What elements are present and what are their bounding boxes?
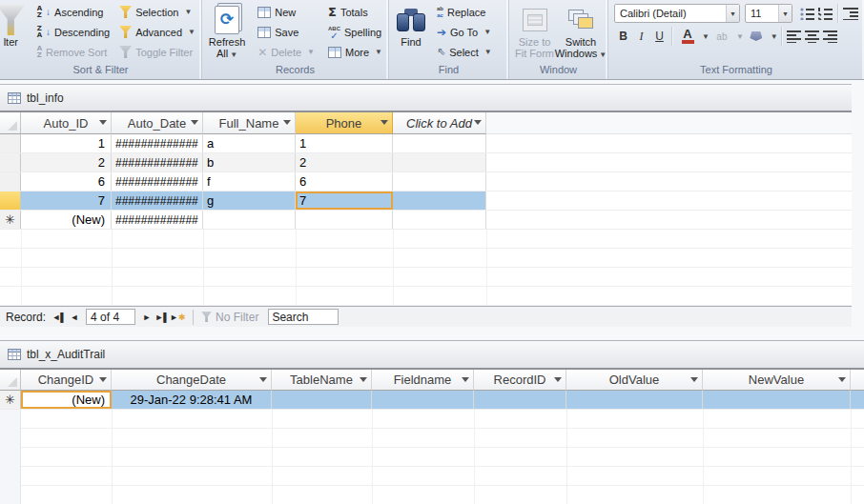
column-header-recordid[interactable]: RecordID (474, 370, 566, 391)
filter-button[interactable]: lter (0, 2, 32, 50)
column-header-newvalue[interactable]: NewValue (703, 370, 851, 391)
font-color-button[interactable]: A (675, 28, 700, 46)
cell-auto-id[interactable]: 2 (21, 153, 112, 171)
column-dropdown-icon[interactable] (474, 120, 482, 125)
cell-auto-date[interactable]: ############# (112, 172, 203, 191)
descending-button[interactable]: ZA↓ Descending (34, 22, 113, 42)
cell-auto-id[interactable]: 7 (21, 192, 112, 210)
column-dropdown-icon[interactable] (259, 377, 267, 382)
align-left-button[interactable] (785, 28, 803, 46)
switch-windows-button[interactable]: Switch Windows▼ (557, 2, 605, 63)
new-record-row[interactable]: ✳ (New) ############# (0, 211, 852, 230)
ascending-button[interactable]: AZ↓ Ascending (34, 2, 113, 22)
increase-indent-button[interactable] (841, 5, 859, 23)
cell-phone[interactable] (296, 211, 393, 229)
column-header-partial[interactable] (851, 370, 864, 391)
cell-full-name[interactable]: b (203, 153, 296, 171)
column-dropdown-icon[interactable] (381, 120, 388, 125)
cell-phone[interactable]: 6 (296, 172, 393, 191)
cell-fieldname[interactable] (372, 391, 474, 409)
table-row[interactable]: 2 ############# b 2 (0, 153, 852, 172)
find-button[interactable]: Find (392, 2, 430, 50)
remove-sort-button[interactable]: AZ Remove Sort (34, 42, 113, 62)
cell-auto-date[interactable]: ############# (112, 153, 203, 171)
current-row-selector[interactable] (0, 192, 21, 210)
toggle-filter-button[interactable]: Toggle Filter (116, 42, 198, 62)
column-dropdown-icon[interactable] (690, 377, 698, 382)
column-header-click-to-add[interactable]: Click to Add (393, 112, 486, 134)
cell-partial[interactable] (851, 391, 864, 409)
next-record-button[interactable]: ► (139, 312, 154, 322)
column-dropdown-icon[interactable] (462, 377, 469, 382)
no-filter-button[interactable]: No Filter (201, 311, 258, 324)
audit-new-record-row[interactable]: ✳ (New) 29-Jan-22 9:28:41 AM (0, 391, 864, 410)
column-header-changedate[interactable]: ChangeDate (112, 370, 272, 391)
cell-phone[interactable]: 2 (296, 153, 393, 171)
cell-auto-date[interactable]: ############# (112, 134, 203, 152)
cell-recordid[interactable] (474, 391, 566, 409)
cell-full-name[interactable]: f (203, 172, 296, 191)
italic-button[interactable]: I (632, 28, 650, 46)
first-record-button[interactable]: ◄▌ (51, 312, 67, 322)
cell-phone[interactable]: 1 (296, 134, 393, 152)
tab-tbl-info[interactable]: tbl_info (8, 85, 73, 111)
font-name-dropdown-icon[interactable]: ▼ (726, 5, 739, 22)
column-header-auto-id[interactable]: Auto_ID (21, 112, 112, 134)
record-search-input[interactable] (268, 309, 339, 325)
new-row-selector[interactable]: ✳ (0, 391, 21, 409)
column-dropdown-icon[interactable] (99, 120, 107, 125)
selection-button[interactable]: Selection▼ (116, 2, 198, 22)
column-header-full-name[interactable]: Full_Name (203, 112, 296, 134)
record-position-box[interactable]: 4 of 4 (86, 309, 135, 325)
underline-button[interactable]: U (650, 28, 669, 46)
cell-full-name[interactable]: g (203, 192, 296, 210)
last-record-button[interactable]: ►▌ (154, 312, 170, 322)
cell-auto-date[interactable]: ############# (112, 192, 203, 210)
cell-tablename[interactable] (272, 391, 372, 409)
column-dropdown-icon[interactable] (283, 120, 291, 125)
new-record-button[interactable]: New (255, 2, 318, 22)
font-size-combo[interactable]: 11 ▼ (745, 4, 792, 23)
select-all-corner[interactable] (0, 370, 21, 391)
column-header-changeid[interactable]: ChangeID (21, 370, 112, 391)
cell-click-to-add[interactable] (393, 211, 486, 229)
size-to-fit-form-button[interactable]: Size to Fit Form (512, 2, 557, 61)
previous-record-button[interactable]: ◄ (67, 312, 82, 322)
more-button[interactable]: More▼ (325, 42, 385, 62)
highlight-button[interactable]: ab (710, 28, 734, 46)
cell-click-to-add[interactable] (393, 192, 486, 210)
column-header-oldvalue[interactable]: OldValue (566, 370, 703, 391)
column-header-phone[interactable]: Phone (296, 112, 393, 134)
align-right-button[interactable] (821, 28, 839, 46)
cell-auto-id[interactable]: 1 (21, 134, 112, 152)
cell-oldvalue[interactable] (566, 391, 703, 409)
advanced-button[interactable]: Advanced▼ (116, 22, 198, 42)
bullets-button[interactable] (798, 5, 816, 23)
column-header-tablename[interactable]: TableName (272, 370, 372, 391)
cell-changedate[interactable]: 29-Jan-22 9:28:41 AM (112, 391, 272, 409)
column-dropdown-icon[interactable] (554, 377, 562, 382)
row-selector[interactable] (0, 134, 21, 152)
tab-tbl-x-audittrail[interactable]: tbl_x_AuditTrail (8, 341, 114, 368)
table-row[interactable]: 6 ############# f 6 (0, 172, 852, 192)
cell-newvalue[interactable] (703, 391, 851, 409)
replace-button[interactable]: abac Replace (434, 2, 495, 22)
font-name-combo[interactable]: Calibri (Detail) ▼ (614, 4, 740, 23)
table-row[interactable]: 1 ############# a 1 (0, 134, 852, 153)
new-row-selector[interactable]: ✳ (0, 211, 21, 229)
cell-auto-date[interactable]: ############# (112, 211, 203, 229)
column-dropdown-icon[interactable] (838, 377, 846, 382)
refresh-all-button[interactable]: ⟳ Refresh All▼ (205, 2, 249, 63)
spelling-button[interactable]: ABC✓ Spelling (325, 22, 385, 42)
delete-record-button[interactable]: ✕ Delete▼ (255, 42, 318, 62)
column-header-auto-date[interactable]: Auto_Date (112, 112, 203, 134)
bold-button[interactable]: B (614, 28, 632, 46)
column-dropdown-icon[interactable] (99, 377, 107, 382)
fill-color-button[interactable] (744, 28, 769, 46)
column-dropdown-icon[interactable] (191, 120, 198, 125)
save-record-button[interactable]: Save (255, 22, 318, 42)
active-cell-changeid[interactable]: (New) (21, 391, 112, 409)
align-center-button[interactable] (803, 28, 821, 46)
numbering-button[interactable] (816, 5, 834, 23)
table-row-selected[interactable]: 7 ############# g 7 (0, 192, 852, 211)
